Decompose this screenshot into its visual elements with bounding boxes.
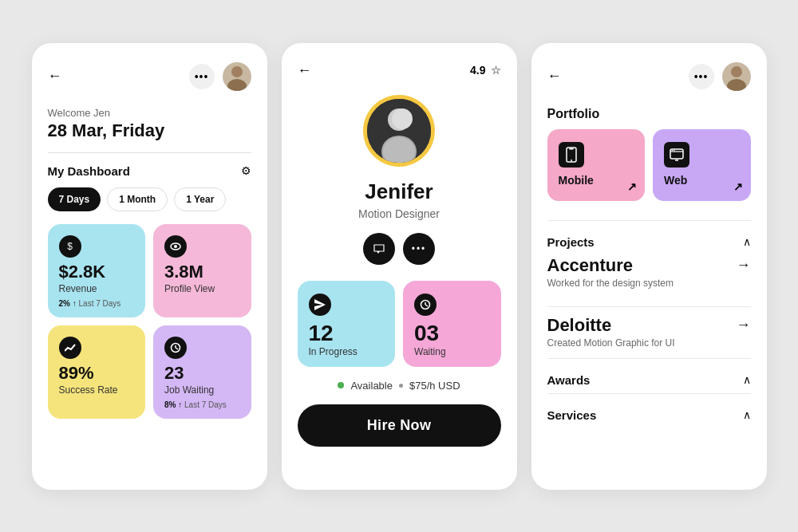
profile-name: Jenifer: [365, 179, 433, 204]
accenture-arrow[interactable]: →: [737, 257, 751, 274]
profile-actions: •••: [363, 233, 435, 265]
awards-row: Awards ∧: [547, 367, 751, 393]
profile-avatar-inner: [367, 99, 431, 163]
web-icon: [664, 142, 689, 167]
accenture-project: Accenture → Worked for the design system: [547, 255, 751, 289]
message-button[interactable]: [363, 233, 395, 265]
svg-point-1: [227, 79, 247, 91]
portfolio-mobile[interactable]: Mobile ↗: [547, 129, 646, 201]
waiting-value: 03: [414, 321, 490, 346]
success-rate-box: 89% Success Rate: [48, 325, 146, 419]
profileview-value: 3.8M: [164, 262, 240, 282]
jobwaiting-label: Job Waiting: [164, 384, 240, 396]
portfolio-back-button[interactable]: ←: [547, 68, 562, 85]
inprogress-label: In Progress: [309, 346, 385, 357]
menu-dots-button[interactable]: •••: [189, 64, 215, 89]
deloitte-name: Deloitte →: [547, 315, 751, 336]
rate-text: $75/h USD: [409, 380, 460, 392]
pill-7days[interactable]: 7 Days: [48, 187, 101, 211]
revenue-sub: 2% ↑ Last 7 Days: [59, 299, 135, 308]
clock-icon: [164, 337, 187, 359]
avatar-image: [223, 62, 251, 91]
deloitte-divider: [547, 306, 751, 307]
inprogress-value: 12: [309, 321, 385, 346]
mobile-arrow: ↗: [627, 180, 637, 193]
svg-line-6: [176, 348, 178, 349]
services-chevron[interactable]: ∧: [743, 408, 751, 421]
awards-chevron[interactable]: ∧: [743, 373, 751, 386]
deloitte-project: Deloitte → Created Motion Graphic for UI: [547, 315, 751, 349]
accenture-name: Accenture →: [547, 255, 751, 276]
deloitte-desc: Created Motion Graphic for UI: [547, 337, 751, 349]
period-pills: 7 Days 1 Month 1 Year: [48, 187, 251, 211]
services-title: Services: [547, 408, 597, 422]
svg-point-24: [674, 149, 675, 151]
eye-icon: [164, 235, 187, 258]
profile-view-box: 3.8M Profile View: [153, 224, 251, 317]
pill-1year[interactable]: 1 Year: [174, 187, 226, 211]
svg-point-0: [231, 66, 243, 77]
svg-rect-19: [569, 148, 574, 150]
deloitte-label: Deloitte: [547, 315, 612, 336]
profileview-label: Profile View: [164, 283, 240, 294]
revenue-box: $ $2.8K Revenue 2% ↑ Last 7 Days: [48, 224, 146, 317]
projects-chevron[interactable]: ∧: [743, 235, 751, 248]
trend-icon: [59, 337, 81, 359]
accenture-label: Accenture: [547, 255, 634, 276]
pill-1month[interactable]: 1 Month: [107, 187, 168, 211]
jobwaiting-sub: 8% ↑ Last 7 Days: [164, 400, 240, 409]
card3-top-nav: ← •••: [547, 62, 751, 91]
available-dot: [338, 382, 344, 388]
svg-point-3: [174, 245, 177, 248]
in-progress-box: 12 In Progress: [298, 281, 396, 367]
projects-divider: [547, 220, 751, 221]
profile-stats: 12 In Progress 03 Waiting: [298, 281, 501, 367]
portfolio-menu-button[interactable]: •••: [689, 64, 714, 89]
web-arrow: ↗: [733, 180, 743, 193]
revenue-value: $2.8K: [59, 262, 135, 282]
send-icon: [309, 294, 331, 316]
mobile-label: Mobile: [559, 174, 594, 187]
back-button[interactable]: ←: [48, 68, 62, 85]
dashboard-header: My Dashboard ⚙: [48, 164, 251, 178]
portfolio-card: ← ••• Portfolio: [531, 43, 767, 490]
portfolio-section: Portfolio Mobile ↗: [547, 107, 751, 201]
successrate-value: 89%: [59, 364, 135, 383]
divider: [48, 152, 251, 153]
revenue-label: Revenue: [59, 283, 135, 294]
welcome-text: Welcome Jen: [48, 107, 251, 119]
card3-top-right: •••: [689, 62, 751, 91]
dashboard-card: ← ••• Welcome Jen 28 Mar, Friday My Dash…: [32, 43, 267, 490]
rating-value: 4.9: [470, 64, 485, 77]
svg-point-20: [571, 160, 572, 161]
awards-section: Awards ∧: [547, 358, 751, 393]
deloitte-arrow[interactable]: →: [737, 317, 751, 333]
star-icon: ☆: [491, 64, 501, 77]
hire-button[interactable]: Hire Now: [298, 404, 501, 447]
waiting-clock-icon: [414, 294, 437, 316]
awards-title: Awards: [547, 373, 591, 387]
top-nav-right: •••: [189, 62, 251, 91]
avatar[interactable]: [223, 62, 251, 91]
dollar-icon: $: [59, 235, 81, 258]
web-label: Web: [664, 174, 687, 187]
successrate-label: Success Rate: [59, 384, 135, 396]
mobile-icon: [559, 142, 584, 167]
stats-grid: $ $2.8K Revenue 2% ↑ Last 7 Days 3.8M Pr…: [48, 224, 251, 419]
services-row: Services ∧: [547, 402, 751, 428]
filter-icon[interactable]: ⚙: [241, 164, 251, 177]
portfolio-title: Portfolio: [547, 107, 751, 121]
card1-top-nav: ← •••: [48, 62, 251, 91]
svg-line-15: [425, 305, 428, 306]
portfolio-avatar[interactable]: [722, 62, 751, 91]
portfolio-web[interactable]: Web ↗: [653, 129, 751, 201]
profile-top-nav: ← 4.9 ☆: [298, 62, 501, 79]
profile-back-button[interactable]: ←: [298, 62, 312, 79]
more-button[interactable]: •••: [403, 233, 435, 265]
svg-point-23: [672, 149, 674, 151]
more-dots: •••: [412, 243, 427, 254]
profile-card: ← 4.9 ☆ Jenifer Motion Designer: [282, 43, 517, 490]
available-text: Available: [350, 380, 393, 392]
profile-avatar-wrap: [363, 95, 435, 167]
svg-point-16: [731, 66, 742, 77]
